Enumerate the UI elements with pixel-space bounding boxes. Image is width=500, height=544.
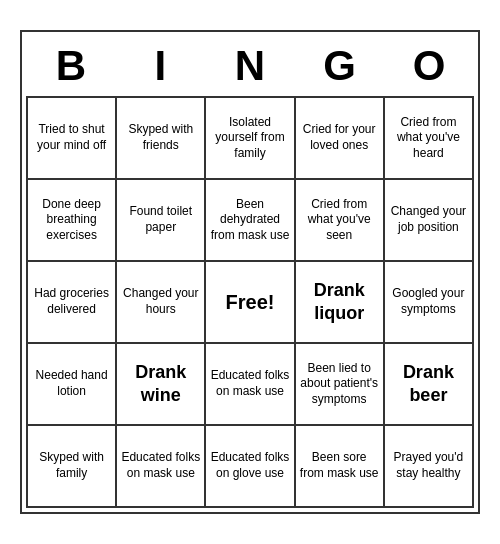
bingo-cell-14: Googled your symptoms <box>385 262 474 344</box>
bingo-cell-0: Tried to shut your mind off <box>28 98 117 180</box>
bingo-letter-i: I <box>120 42 200 90</box>
bingo-cell-2: Isolated yourself from family <box>206 98 295 180</box>
bingo-cell-23: Been sore from mask use <box>296 426 385 508</box>
bingo-cell-1: Skyped with friends <box>117 98 206 180</box>
bingo-header: BINGO <box>26 36 474 96</box>
bingo-cell-17: Educated folks on mask use <box>206 344 295 426</box>
bingo-cell-10: Had groceries delivered <box>28 262 117 344</box>
bingo-cell-7: Been dehydrated from mask use <box>206 180 295 262</box>
bingo-card: BINGO Tried to shut your mind offSkyped … <box>20 30 480 514</box>
bingo-letter-o: O <box>389 42 469 90</box>
bingo-cell-11: Changed your hours <box>117 262 206 344</box>
bingo-cell-20: Skyped with family <box>28 426 117 508</box>
bingo-grid: Tried to shut your mind offSkyped with f… <box>26 96 474 508</box>
bingo-cell-13: Drank liquor <box>296 262 385 344</box>
bingo-cell-6: Found toilet paper <box>117 180 206 262</box>
bingo-cell-8: Cried from what you've seen <box>296 180 385 262</box>
bingo-cell-21: Educated folks on mask use <box>117 426 206 508</box>
bingo-cell-22: Educated folks on glove use <box>206 426 295 508</box>
bingo-cell-19: Drank beer <box>385 344 474 426</box>
bingo-cell-4: Cried from what you've heard <box>385 98 474 180</box>
bingo-cell-5: Done deep breathing exercises <box>28 180 117 262</box>
bingo-letter-b: B <box>31 42 111 90</box>
bingo-cell-9: Changed your job position <box>385 180 474 262</box>
bingo-letter-g: G <box>300 42 380 90</box>
bingo-cell-15: Needed hand lotion <box>28 344 117 426</box>
bingo-cell-3: Cried for your loved ones <box>296 98 385 180</box>
bingo-cell-12: Free! <box>206 262 295 344</box>
bingo-cell-24: Prayed you'd stay healthy <box>385 426 474 508</box>
bingo-cell-16: Drank wine <box>117 344 206 426</box>
bingo-letter-n: N <box>210 42 290 90</box>
bingo-cell-18: Been lied to about patient's symptoms <box>296 344 385 426</box>
